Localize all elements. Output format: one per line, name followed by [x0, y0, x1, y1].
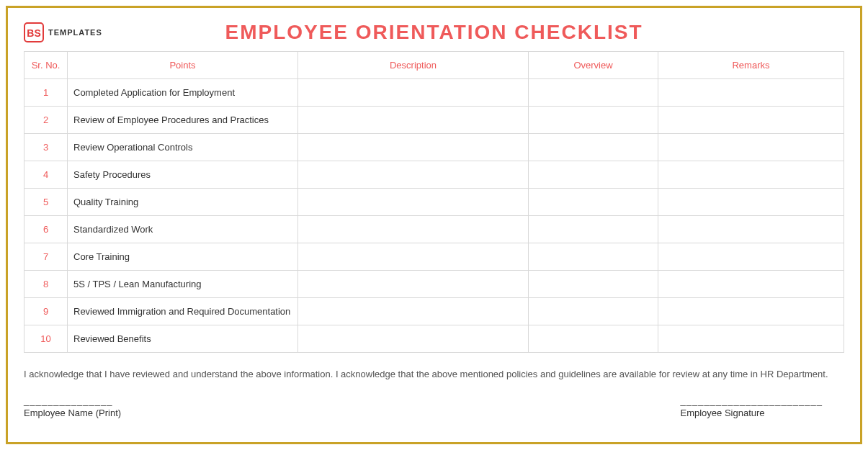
- cell-remarks: [658, 243, 844, 271]
- cell-description: [298, 107, 529, 134]
- cell-points: Safety Procedures: [68, 161, 298, 189]
- cell-overview: [529, 161, 658, 189]
- cell-description: [298, 325, 529, 353]
- employee-name-label: Employee Name (Print): [24, 408, 121, 418]
- svg-text:BS: BS: [27, 27, 40, 39]
- cell-points: Completed Application for Employment: [68, 79, 298, 107]
- cell-sr: 6: [24, 216, 68, 243]
- cell-description: [298, 79, 529, 107]
- document-page: BS TEMPLATES EMPLOYEE ORIENTATION CHECKL…: [6, 6, 862, 444]
- cell-sr: 1: [24, 79, 68, 107]
- col-header-sr: Sr. No.: [24, 52, 68, 79]
- table-row: 9 Reviewed Immigration and Required Docu…: [24, 298, 844, 325]
- cell-remarks: [658, 107, 844, 134]
- cell-sr: 8: [24, 271, 68, 298]
- cell-description: [298, 161, 529, 189]
- cell-sr: 9: [24, 298, 68, 325]
- cell-points: Reviewed Benefits: [68, 325, 298, 353]
- cell-overview: [529, 298, 658, 325]
- cell-sr: 2: [24, 107, 68, 134]
- cell-remarks: [658, 189, 844, 216]
- cell-description: [298, 243, 529, 271]
- cell-overview: [529, 271, 658, 298]
- table-row: 5 Quality Training: [24, 189, 844, 216]
- cell-points: Reviewed Immigration and Required Docume…: [68, 298, 298, 325]
- logo: BS TEMPLATES: [24, 22, 102, 42]
- table-row: 8 5S / TPS / Lean Manufacturing: [24, 271, 844, 298]
- cell-remarks: [658, 271, 844, 298]
- cell-description: [298, 134, 529, 161]
- table-row: 4 Safety Procedures: [24, 161, 844, 189]
- signature-row: _______________ Employee Name (Print) __…: [24, 395, 844, 418]
- page-title: EMPLOYEE ORIENTATION CHECKLIST: [225, 21, 643, 44]
- cell-sr: 10: [24, 325, 68, 353]
- cell-overview: [529, 325, 658, 353]
- logo-text: TEMPLATES: [48, 28, 102, 37]
- employee-name-line: _______________: [24, 395, 121, 406]
- table-row: 7 Core Training: [24, 243, 844, 271]
- cell-remarks: [658, 325, 844, 353]
- cell-overview: [529, 216, 658, 243]
- table-row: 6 Standardized Work: [24, 216, 844, 243]
- cell-points: Review of Employee Procedures and Practi…: [68, 107, 298, 134]
- cell-remarks: [658, 216, 844, 243]
- cell-points: Standardized Work: [68, 216, 298, 243]
- col-header-overview: Overview: [529, 52, 658, 79]
- table-row: 1 Completed Application for Employment: [24, 79, 844, 107]
- cell-sr: 7: [24, 243, 68, 271]
- acknowledgement-text: I acknowledge that I have reviewed and u…: [24, 367, 844, 382]
- employee-name-block: _______________ Employee Name (Print): [24, 395, 121, 418]
- table-row: 2 Review of Employee Procedures and Prac…: [24, 107, 844, 134]
- cell-points: Review Operational Controls: [68, 134, 298, 161]
- cell-description: [298, 216, 529, 243]
- col-header-description: Description: [298, 52, 529, 79]
- table-row: 10 Reviewed Benefits: [24, 325, 844, 353]
- header: BS TEMPLATES EMPLOYEE ORIENTATION CHECKL…: [24, 21, 844, 44]
- cell-points: Core Training: [68, 243, 298, 271]
- cell-remarks: [658, 298, 844, 325]
- cell-points: Quality Training: [68, 189, 298, 216]
- logo-mark-icon: BS: [24, 22, 44, 42]
- col-header-points: Points: [68, 52, 298, 79]
- checklist-table: Sr. No. Points Description Overview Rema…: [24, 51, 844, 353]
- cell-sr: 4: [24, 161, 68, 189]
- cell-overview: [529, 79, 658, 107]
- cell-overview: [529, 107, 658, 134]
- employee-signature-block: ________________________ Employee Signat…: [680, 395, 823, 418]
- cell-remarks: [658, 134, 844, 161]
- col-header-remarks: Remarks: [658, 52, 844, 79]
- cell-sr: 5: [24, 189, 68, 216]
- cell-sr: 3: [24, 134, 68, 161]
- table-header-row: Sr. No. Points Description Overview Rema…: [24, 52, 844, 79]
- cell-remarks: [658, 79, 844, 107]
- cell-overview: [529, 189, 658, 216]
- cell-overview: [529, 134, 658, 161]
- cell-points: 5S / TPS / Lean Manufacturing: [68, 271, 298, 298]
- cell-description: [298, 298, 529, 325]
- cell-description: [298, 271, 529, 298]
- employee-signature-label: Employee Signature: [680, 408, 823, 418]
- employee-signature-line: ________________________: [680, 395, 823, 406]
- table-row: 3 Review Operational Controls: [24, 134, 844, 161]
- cell-remarks: [658, 161, 844, 189]
- cell-description: [298, 189, 529, 216]
- cell-overview: [529, 243, 658, 271]
